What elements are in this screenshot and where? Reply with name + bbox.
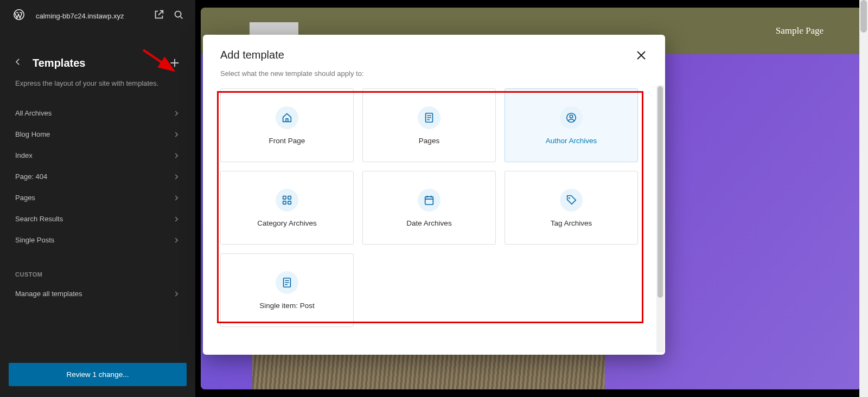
template-card-label: Pages bbox=[419, 137, 439, 145]
template-card[interactable]: Tag Archives bbox=[505, 171, 638, 245]
grid-icon bbox=[276, 189, 298, 212]
modal-scrollbar[interactable] bbox=[656, 85, 664, 353]
svg-rect-7 bbox=[288, 196, 291, 199]
svg-point-11 bbox=[569, 197, 570, 198]
close-icon[interactable] bbox=[635, 49, 648, 62]
template-card-grid: Front Page Pages Author Archives Categor… bbox=[220, 85, 652, 330]
template-card[interactable]: Author Archives bbox=[505, 88, 638, 162]
home-icon bbox=[276, 106, 298, 129]
template-card[interactable]: Category Archives bbox=[220, 171, 354, 245]
svg-rect-6 bbox=[283, 196, 286, 199]
app-root: calming-bb7c24.instawp.xyz Templates Exp… bbox=[0, 0, 868, 397]
post-icon bbox=[276, 271, 298, 294]
template-card-label: Tag Archives bbox=[551, 219, 592, 227]
modal-title: Add template bbox=[220, 49, 284, 61]
add-template-modal: Add template Select what the new templat… bbox=[203, 35, 665, 355]
template-card-label: Category Archives bbox=[257, 219, 317, 227]
page-icon bbox=[418, 106, 441, 129]
template-card-label: Author Archives bbox=[546, 137, 597, 145]
modal-subtitle: Select what the new template should appl… bbox=[203, 65, 665, 85]
template-card[interactable]: Single item: Post bbox=[220, 253, 354, 327]
svg-point-5 bbox=[570, 114, 573, 118]
svg-rect-9 bbox=[288, 201, 291, 204]
template-card[interactable]: Date Archives bbox=[362, 171, 496, 245]
tag-icon bbox=[560, 189, 583, 212]
template-card-label: Date Archives bbox=[406, 219, 451, 227]
calendar-icon bbox=[418, 189, 441, 212]
template-card[interactable]: Front Page bbox=[220, 88, 354, 162]
author-icon bbox=[560, 106, 583, 129]
svg-rect-8 bbox=[283, 201, 286, 204]
modal-body: Front Page Pages Author Archives Categor… bbox=[203, 85, 665, 355]
modal-backdrop: Add template Select what the new templat… bbox=[0, 0, 868, 397]
template-card[interactable]: Pages bbox=[362, 88, 496, 162]
template-card-label: Single item: Post bbox=[259, 302, 314, 310]
svg-rect-10 bbox=[425, 196, 433, 204]
template-card-label: Front Page bbox=[269, 137, 305, 145]
